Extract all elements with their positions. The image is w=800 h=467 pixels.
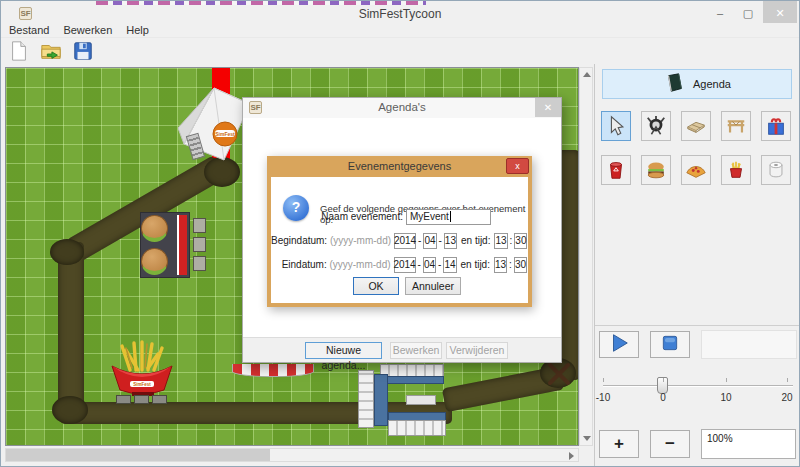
slider-tick-label: 0 (660, 392, 666, 403)
close-button[interactable]: ✕ (763, 1, 797, 23)
map-benches-column[interactable] (193, 218, 206, 275)
agenda-dialog-close-button[interactable]: ✕ (535, 98, 561, 117)
map-circus-tent[interactable] (232, 364, 314, 377)
toilet-roof (380, 376, 444, 384)
begin-month-field[interactable]: 04 (423, 233, 436, 249)
save-button[interactable] (71, 41, 95, 65)
begin-day-field[interactable]: 13 (444, 233, 457, 249)
tool-pizza-stand[interactable] (681, 155, 711, 185)
minus-icon: − (665, 439, 675, 449)
end-hour-field[interactable]: 13 (494, 257, 507, 273)
map-benches-row[interactable] (116, 395, 167, 404)
tool-toilet-roll[interactable] (761, 155, 791, 185)
window-titlebar[interactable]: SF SimFestTycoon – ▢ ✕ (1, 6, 799, 24)
bench (193, 218, 206, 233)
end-month-field[interactable]: 04 (423, 257, 436, 273)
sidebar-divider (595, 325, 800, 326)
tool-burger-stand[interactable] (641, 155, 671, 185)
begin-hour-field[interactable]: 13 (494, 233, 507, 249)
open-file-button[interactable] (39, 41, 63, 65)
time-separator: : (510, 235, 513, 246)
map-burger-item[interactable] (141, 248, 168, 275)
plus-icon: + (614, 439, 624, 449)
menu-help[interactable]: Help (126, 24, 149, 36)
event-dialog: Evenementgegevens x ? Geef de volgende g… (267, 156, 532, 307)
tick-mark (603, 378, 604, 382)
window-title: SimFestTycoon (1, 7, 799, 21)
slider-tick-label: 20 (781, 392, 792, 403)
edit-agenda-button[interactable]: Bewerken (390, 342, 442, 359)
horizontal-scrollbar[interactable] (5, 448, 579, 462)
screen-artifact (96, 1, 426, 5)
end-date-label: Eindatum: (yyyy-mm-dd) (271, 259, 391, 270)
tool-stage[interactable] (721, 111, 751, 141)
event-dialog-title: Evenementgegevens (271, 160, 528, 172)
scroll-right-icon[interactable] (569, 452, 574, 460)
speed-slider-track[interactable] (603, 385, 793, 387)
event-dialog-titlebar[interactable]: Evenementgegevens x (271, 160, 528, 177)
date-separator: - (418, 235, 421, 246)
stop-icon (660, 333, 680, 357)
sidebar: Agenda -10 0 1 (594, 64, 800, 467)
new-file-button[interactable] (7, 41, 31, 65)
tool-select-cursor[interactable] (601, 111, 631, 141)
begin-year-field[interactable]: 2014 (394, 233, 416, 249)
begin-minute-field[interactable]: 30 (514, 233, 527, 249)
menu-bewerken[interactable]: Bewerken (63, 24, 112, 36)
map-path-node (52, 396, 88, 424)
tool-pallet[interactable] (681, 111, 711, 141)
tool-trash-bin[interactable] (601, 155, 631, 185)
menu-bar: Bestand Bewerken Help (1, 23, 799, 38)
map-x-marker (546, 361, 572, 391)
agenda-dialog-titlebar[interactable]: SF Agenda's ✕ (243, 98, 561, 118)
time-separator: : (509, 259, 512, 270)
scroll-down-icon[interactable] (583, 436, 591, 441)
date-separator: - (418, 259, 421, 270)
save-icon (72, 40, 94, 66)
svg-text:SimFest: SimFest (133, 382, 151, 387)
end-minute-field[interactable]: 30 (514, 257, 527, 273)
end-year-field[interactable]: 2014 (394, 257, 416, 273)
toilet-roof (374, 374, 388, 426)
agenda-book-icon (663, 72, 685, 96)
event-dialog-close-button[interactable]: x (506, 158, 529, 174)
event-name-field[interactable]: MyEvent (406, 209, 491, 225)
tool-gift[interactable] (761, 111, 791, 141)
maximize-button[interactable]: ▢ (735, 1, 761, 23)
minimize-button[interactable]: – (707, 1, 733, 23)
end-day-field[interactable]: 14 (443, 257, 456, 273)
slider-tick-label: 10 (720, 392, 731, 403)
ok-button[interactable]: OK (353, 277, 399, 295)
map-grill-counter (177, 215, 187, 275)
zoom-in-button[interactable]: + (599, 430, 639, 458)
app-window: SF SimFestTycoon – ▢ ✕ Bestand Bewerken … (0, 0, 800, 467)
name-label: Naam evenement: (271, 211, 403, 222)
agenda-button-label: Agenda (693, 78, 731, 90)
play-button[interactable] (599, 331, 639, 358)
agenda-button[interactable]: Agenda (602, 69, 792, 99)
tick-mark (663, 378, 664, 382)
agenda-dialog-title: Agenda's (243, 101, 561, 113)
zoom-out-button[interactable]: − (650, 430, 690, 458)
tick-mark (726, 378, 727, 382)
cancel-button[interactable]: Annuleer (405, 277, 461, 295)
tool-spotlight[interactable] (641, 111, 671, 141)
zoom-level-field[interactable]: 100% (701, 429, 796, 459)
stop-button[interactable] (650, 331, 690, 358)
new-file-icon (8, 40, 30, 66)
delete-agenda-button[interactable]: Verwijderen (446, 342, 508, 359)
toilet-column (358, 370, 374, 428)
menu-bestand[interactable]: Bestand (9, 24, 49, 36)
tool-row-2 (601, 155, 791, 185)
scrollbar-thumb[interactable] (6, 449, 270, 461)
toolbar (3, 40, 95, 66)
scroll-up-icon[interactable] (583, 72, 591, 77)
tool-fries-stand[interactable] (721, 155, 751, 185)
agenda-dialog-footer: Nieuwe agenda... Bewerken Verwijderen (243, 337, 561, 362)
svg-text:SimFest: SimFest (215, 131, 235, 137)
bench (116, 395, 131, 404)
map-burger-item[interactable] (141, 215, 168, 242)
vertical-scrollbar[interactable] (579, 67, 593, 446)
date-separator: - (438, 259, 441, 270)
new-agenda-button[interactable]: Nieuwe agenda... (305, 342, 382, 359)
